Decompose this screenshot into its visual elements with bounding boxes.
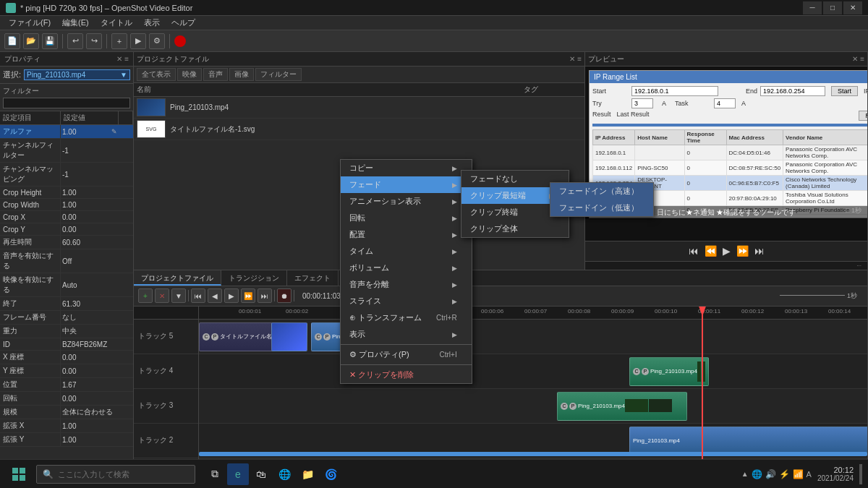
menu-file[interactable]: ファイル(F) bbox=[3, 16, 56, 30]
clip-ping-2[interactable]: Ping_210103.mp4 bbox=[629, 427, 867, 455]
list-item[interactable]: Ping_210103.mp4 bbox=[134, 97, 584, 119]
property-row[interactable]: フレーム番号 なし bbox=[0, 311, 133, 325]
task-edge[interactable]: e bbox=[227, 463, 249, 485]
property-row[interactable]: 終了 61.30 bbox=[0, 297, 133, 311]
minimize-button[interactable]: ─ bbox=[803, 1, 822, 14]
jump-start-button[interactable]: ⏮ bbox=[191, 288, 205, 303]
filter-input[interactable] bbox=[3, 98, 130, 108]
menu-edit[interactable]: 編集(E) bbox=[56, 16, 95, 30]
prop-edit-icon[interactable]: ✎ bbox=[111, 128, 117, 135]
ctx-volume[interactable]: ボリューム ▶ bbox=[341, 260, 472, 276]
new-button[interactable]: 📄 bbox=[4, 33, 20, 49]
property-row[interactable]: チャンネルマッピング -1 bbox=[0, 163, 133, 187]
property-row[interactable]: 再生時間 60.60 bbox=[0, 236, 133, 249]
clip-all[interactable]: クリップ全体 bbox=[461, 221, 569, 237]
skip-end-button[interactable]: ⏭ bbox=[754, 245, 765, 257]
task-chrome[interactable]: 🌐 bbox=[273, 463, 295, 485]
settings-button[interactable]: ⚙ bbox=[149, 33, 165, 49]
end-ip-input[interactable] bbox=[760, 86, 825, 96]
redo-button[interactable]: ↪ bbox=[86, 33, 102, 49]
show-desktop-button[interactable] bbox=[859, 464, 862, 484]
clip-ping-3[interactable]: C P Ping_210103.mp4 bbox=[557, 392, 687, 421]
task-store[interactable]: 🛍 bbox=[250, 463, 272, 485]
fade-in-slow[interactable]: フェードイン（低速） bbox=[550, 200, 653, 216]
menu-help[interactable]: ヘルプ bbox=[166, 16, 201, 30]
show-all-tab[interactable]: 全て表示 bbox=[137, 68, 176, 81]
project-close[interactable]: ✕ ≡ bbox=[569, 55, 582, 63]
start-button[interactable] bbox=[6, 464, 32, 484]
export-button[interactable]: ▶ bbox=[130, 33, 146, 49]
fade-in-fast[interactable]: フェードイン（高速） bbox=[550, 183, 653, 200]
jump-end-button[interactable]: ⏭ bbox=[258, 288, 272, 303]
property-row[interactable]: 拡張 X 1.00 bbox=[0, 419, 133, 433]
clip-down-button[interactable]: ▼ bbox=[171, 288, 186, 303]
menu-title[interactable]: タイトル bbox=[95, 16, 138, 30]
tab-project-files[interactable]: プロジェクトファイル bbox=[134, 270, 221, 286]
property-row[interactable]: 重力 中央 bbox=[0, 325, 133, 338]
filter-tab[interactable]: フィルター bbox=[255, 68, 302, 81]
save-button[interactable]: 💾 bbox=[42, 33, 58, 49]
ctx-time[interactable]: タイム ▶ bbox=[341, 243, 472, 260]
open-button[interactable]: 📂 bbox=[23, 33, 39, 49]
tray-up-icon[interactable]: ▲ bbox=[741, 470, 749, 478]
ctx-copy[interactable]: コピー ▶ bbox=[341, 160, 472, 176]
property-row[interactable]: Crop Width 1.00 bbox=[0, 199, 133, 211]
property-row[interactable]: 映像を有効にする Auto bbox=[0, 273, 133, 297]
tab-effects[interactable]: エフェクト bbox=[287, 270, 339, 286]
table-row[interactable]: 192.168.0.112 PING-SC50 0 DC:08:57:RE:SC… bbox=[593, 160, 868, 176]
property-row[interactable]: 規模 全体に合わせる bbox=[0, 406, 133, 419]
property-row[interactable]: ID BZ84FB26MZ bbox=[0, 338, 133, 351]
property-row[interactable]: 回転 0.00 bbox=[0, 392, 133, 406]
start-ip-input[interactable] bbox=[631, 86, 718, 96]
file-selector[interactable]: Ping_210103.mp4 ▼ bbox=[24, 69, 130, 80]
add-track-button[interactable]: + bbox=[138, 288, 153, 303]
ctx-transform[interactable]: ⊕ トランスフォーム Ctrl+R bbox=[341, 309, 472, 326]
import-button[interactable]: + bbox=[111, 33, 127, 49]
start-button[interactable]: Start bbox=[831, 86, 858, 96]
list-item[interactable]: SVG タイトルファイル名-1.svg bbox=[134, 119, 584, 140]
table-row[interactable]: 192.168.0.1 0 DC:04:D5:01:46 Panasonic C… bbox=[593, 145, 868, 160]
tab-transitions[interactable]: トランジション bbox=[221, 270, 287, 286]
close-button[interactable]: ✕ bbox=[843, 1, 862, 14]
ctx-rotation[interactable]: 回転 ▶ bbox=[341, 210, 472, 226]
property-row[interactable]: アルファ 1.00 ✎ bbox=[0, 125, 133, 139]
video-tab[interactable]: 映像 bbox=[177, 68, 202, 81]
clip-start-submenu[interactable]: フェードイン（高速） フェードイン（低速） bbox=[550, 182, 654, 217]
play-reverse-button[interactable]: ◀ bbox=[208, 288, 222, 303]
property-row[interactable]: 拡張 Y 1.00 bbox=[0, 433, 133, 447]
search-input[interactable] bbox=[58, 470, 189, 479]
search-box[interactable]: 🔍 bbox=[36, 465, 195, 484]
maximize-button[interactable]: □ bbox=[823, 1, 842, 14]
ctx-slice[interactable]: スライス ▶ bbox=[341, 293, 472, 309]
play-button[interactable]: ▶ bbox=[723, 245, 731, 257]
ctx-separate-audio[interactable]: 音声を分離 ▶ bbox=[341, 276, 472, 293]
ctx-delete-clip[interactable]: ✕ クリップを削除 bbox=[341, 367, 472, 383]
undo-button[interactable]: ↩ bbox=[67, 33, 83, 49]
skip-start-button[interactable]: ⏮ bbox=[689, 245, 699, 257]
audio-tab[interactable]: 音声 bbox=[203, 68, 228, 81]
property-row[interactable]: Crop Height 1.00 bbox=[0, 187, 133, 199]
ctx-layout[interactable]: 配置 ▶ bbox=[341, 226, 472, 243]
record-tl-button[interactable]: ⏺ bbox=[277, 288, 292, 303]
property-row[interactable]: チャンネルフィルター -1 bbox=[0, 139, 133, 163]
remove-button[interactable]: Remove bbox=[859, 111, 867, 121]
ctx-properties[interactable]: ⚙ プロパティ(P) Ctrl+I bbox=[341, 346, 472, 363]
property-row[interactable]: Y 座標 0.00 bbox=[0, 364, 133, 378]
property-row[interactable]: X 座標 0.00 bbox=[0, 351, 133, 364]
properties-close[interactable]: ✕ ≡ bbox=[116, 55, 129, 63]
remove-clip-button[interactable]: ✕ bbox=[155, 288, 169, 303]
task-explorer[interactable]: 📁 bbox=[297, 463, 318, 485]
clip-ping-4[interactable]: C P Ping_210103.mp4 bbox=[629, 357, 709, 386]
ctx-animation[interactable]: アニメーション表示 ▶ bbox=[341, 193, 472, 210]
rewind-button[interactable]: ⏪ bbox=[705, 245, 717, 257]
image-tab[interactable]: 画像 bbox=[229, 68, 254, 81]
property-row[interactable]: Crop Y 0.00 bbox=[0, 223, 133, 236]
task-windows-button[interactable]: ⧉ bbox=[204, 463, 226, 485]
property-row[interactable]: 音声を有効にする Off bbox=[0, 249, 133, 273]
property-row[interactable]: 位置 1.67 bbox=[0, 378, 133, 392]
task-app5[interactable]: 🌀 bbox=[320, 463, 341, 485]
context-menu[interactable]: コピー ▶ フェード ▶ アニメーション表示 ▶ 回転 ▶ 配置 ▶ タイム ▶… bbox=[340, 159, 472, 384]
preview-close[interactable]: ✕ ≡ bbox=[852, 55, 864, 63]
play-pause-button[interactable]: ▶ bbox=[224, 288, 239, 303]
menu-view[interactable]: 表示 bbox=[138, 16, 166, 30]
